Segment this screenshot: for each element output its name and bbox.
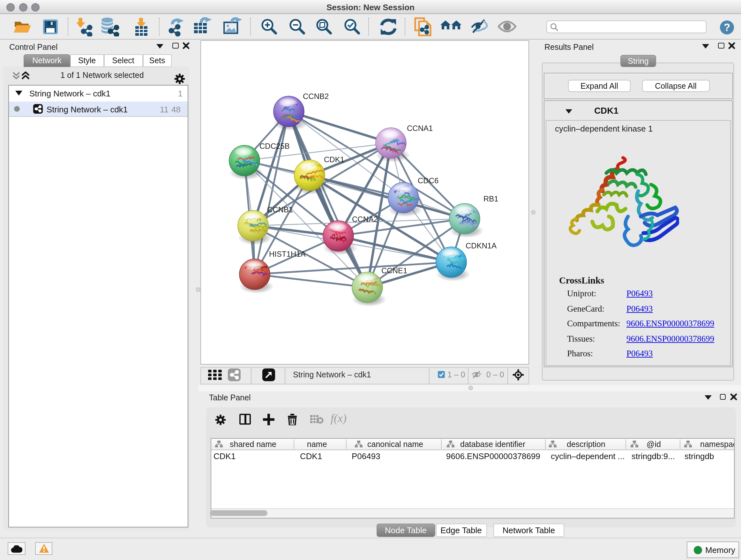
svg-text:CDK1: CDK1 [324,155,344,164]
svg-text:CCNA2: CCNA2 [352,214,378,223]
svg-text:CCNB2: CCNB2 [303,91,329,100]
svg-text:CDC25B: CDC25B [259,141,290,150]
svg-text:CDC6: CDC6 [418,176,439,185]
svg-text:CCNB1: CCNB1 [267,205,293,213]
svg-text:CCNA1: CCNA1 [407,124,433,132]
svg-text:HIST1H1A: HIST1H1A [269,249,306,258]
svg-text:CDKN1A: CDKN1A [466,241,496,250]
svg-text:RB1: RB1 [483,194,498,203]
svg-text:?: ? [724,21,730,33]
svg-text:CCNE1: CCNE1 [381,266,407,274]
